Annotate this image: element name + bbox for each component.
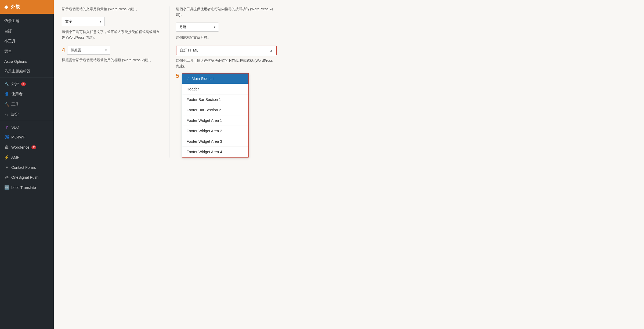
sidebar-item-tools[interactable]: 🔨 工具 bbox=[0, 99, 54, 109]
loco-icon: 🔤 bbox=[4, 185, 9, 190]
tag-cloud-dropdown[interactable]: 標籤雲 bbox=[67, 46, 110, 55]
sidebar-item-loco[interactable]: 🔤 Loco Translate bbox=[0, 182, 54, 193]
menus-label: 選單 bbox=[4, 49, 12, 54]
text-dropdown-row: 文字 ▼ bbox=[62, 17, 163, 26]
right-desc-1: 這個小工具提供使用者進行站內搜尋的搜尋功能 (WordPress 內建)。 bbox=[176, 6, 277, 18]
wordfence-label: Wordfence bbox=[11, 145, 29, 149]
right-desc-1-text: 這個小工具提供使用者進行站內搜尋的搜尋功能 (WordPress 內建)。 bbox=[176, 6, 277, 18]
amp-icon: ⚡ bbox=[4, 155, 9, 160]
sidebar-item-contact-forms[interactable]: ≡ Contact Forms bbox=[0, 162, 54, 172]
tag-cloud-row: 4 標籤雲 ▼ bbox=[62, 46, 163, 55]
seo-label: SEO bbox=[11, 125, 19, 129]
sidebar-item-customize[interactable]: 自訂 bbox=[0, 26, 54, 36]
option-footer-widget-1-label: Footer Widget Area 1 bbox=[187, 118, 222, 123]
sidebar-item-onesignal[interactable]: ◎ OneSignal Push bbox=[0, 172, 54, 182]
sidebar-header[interactable]: ◆ 外觀 bbox=[0, 0, 54, 14]
sidebar-item-astra[interactable]: Astra Options bbox=[0, 57, 54, 66]
settings-label: 設定 bbox=[11, 112, 19, 117]
sidebar-item-menus[interactable]: 選單 bbox=[0, 46, 54, 57]
option-footer-bar-2[interactable]: Footer Bar Section 2 bbox=[182, 105, 248, 115]
wordfence-badge: 2 bbox=[31, 145, 36, 149]
right-col: 這個小工具提供使用者進行站內搜尋的搜尋功能 (WordPress 內建)。 月曆… bbox=[169, 6, 277, 158]
custom-html-dropdown[interactable]: 自訂 HTML ▲ bbox=[176, 46, 277, 55]
tag-cloud-dropdown-wrapper[interactable]: 標籤雲 ▼ bbox=[67, 46, 110, 55]
sidebar-item-settings[interactable]: ↑↓ 設定 bbox=[0, 109, 54, 120]
option-footer-widget-3-label: Footer Widget Area 3 bbox=[187, 139, 222, 144]
calendar-dropdown-wrapper[interactable]: 月曆 ▼ bbox=[176, 23, 219, 32]
left-desc-1-text: 顯示這個網站的文章月份彙整 (WordPress 內建)。 bbox=[62, 6, 163, 12]
sidebar: ◆ 外觀 佈景主題 自訂 小工具 選單 Astra Options 佈景主題編輯… bbox=[0, 0, 54, 329]
left-desc-2-text: 這個小工具可輸入任意文字，並可輸入系統接受的程式碼或指令碼 (WordPress… bbox=[62, 29, 163, 41]
tag-cloud-section: 4 標籤雲 ▼ 標籤雲會顯示這個網站最常使用的標籤 (WordPress 內建)… bbox=[62, 46, 163, 63]
right-desc-2-text: 這個網站的文章月曆。 bbox=[176, 35, 277, 41]
option-footer-widget-1[interactable]: Footer Widget Area 1 bbox=[182, 115, 248, 126]
appearance-icon: ◆ bbox=[4, 4, 8, 10]
contact-forms-label: Contact Forms bbox=[11, 165, 36, 170]
option-footer-bar-2-label: Footer Bar Section 2 bbox=[187, 108, 221, 112]
right-desc-2: 這個網站的文章月曆。 bbox=[176, 35, 277, 41]
plugins-badge: 3 bbox=[21, 82, 26, 86]
sidebar-selector-dropdown: ✓ Main Sidebar Header Footer Bar Section… bbox=[182, 73, 249, 158]
sidebar-item-theme-editor[interactable]: 佈景主題編輯器 bbox=[0, 66, 54, 76]
option-header-label: Header bbox=[187, 87, 199, 91]
onesignal-icon: ◎ bbox=[4, 175, 9, 180]
settings-icon: ↑↓ bbox=[4, 113, 9, 117]
left-desc-1: 顯示這個網站的文章月份彙整 (WordPress 內建)。 bbox=[62, 6, 163, 12]
contact-forms-icon: ≡ bbox=[4, 165, 9, 170]
plugins-icon: 🔧 bbox=[4, 82, 9, 86]
tools-icon: 🔨 bbox=[4, 102, 9, 107]
calendar-dropdown[interactable]: 月曆 bbox=[176, 23, 219, 32]
seo-icon: Y bbox=[4, 125, 9, 129]
option-footer-bar-1[interactable]: Footer Bar Section 1 bbox=[182, 94, 248, 105]
option-footer-widget-4[interactable]: Footer Widget Area 4 bbox=[182, 147, 248, 157]
divider-2 bbox=[0, 121, 54, 121]
mc4wp-label: MC4WP bbox=[11, 135, 25, 139]
mc4wp-icon: 🌀 bbox=[4, 135, 9, 140]
option-header[interactable]: Header bbox=[182, 84, 248, 94]
sidebar-item-amp[interactable]: ⚡ AMP bbox=[0, 152, 54, 162]
widgets-label: 小工具 bbox=[4, 39, 16, 44]
option-footer-widget-3[interactable]: Footer Widget Area 3 bbox=[182, 136, 248, 147]
calendar-dropdown-row: 月曆 ▼ bbox=[176, 23, 277, 32]
sidebar-item-widgets[interactable]: 小工具 bbox=[0, 36, 54, 46]
sidebar-item-seo[interactable]: Y SEO bbox=[0, 122, 54, 132]
sidebar-item-wordfence[interactable]: 🏛 Wordfence 2 bbox=[0, 142, 54, 152]
custom-html-label: 自訂 HTML bbox=[180, 48, 198, 53]
option-main-sidebar[interactable]: ✓ Main Sidebar bbox=[182, 74, 248, 84]
plugins-label: 外掛 bbox=[11, 82, 19, 86]
sidebar-navigation: 佈景主題 自訂 小工具 選單 Astra Options 佈景主題編輯器 🔧 外… bbox=[0, 14, 54, 195]
themes-label: 佈景主題 bbox=[4, 19, 19, 23]
text-dropdown-wrapper[interactable]: 文字 ▼ bbox=[62, 17, 105, 26]
customize-label: 自訂 bbox=[4, 29, 12, 34]
custom-html-arrow: ▲ bbox=[270, 49, 273, 52]
tools-label: 工具 bbox=[11, 102, 19, 107]
left-desc-3-text: 標籤雲會顯示這個網站最常使用的標籤 (WordPress 內建)。 bbox=[62, 57, 163, 63]
sidebar-item-users[interactable]: 👤 使用者 bbox=[0, 89, 54, 99]
amp-label: AMP bbox=[11, 155, 19, 159]
sidebar-item-mc4wp[interactable]: 🌀 MC4WP bbox=[0, 132, 54, 142]
sidebar-item-themes[interactable]: 佈景主題 bbox=[0, 16, 54, 26]
option-main-sidebar-label: Main Sidebar bbox=[192, 76, 214, 81]
users-icon: 👤 bbox=[4, 92, 9, 97]
check-icon: ✓ bbox=[187, 76, 190, 81]
wordfence-icon: 🏛 bbox=[4, 145, 9, 149]
astra-label: Astra Options bbox=[4, 59, 27, 64]
theme-editor-label: 佈景主題編輯器 bbox=[4, 69, 31, 74]
sidebar-selector-row: 5 ✓ Main Sidebar Header Footer Bar Secti… bbox=[176, 73, 277, 158]
left-desc-2: 這個小工具可輸入任意文字，並可輸入系統接受的程式碼或指令碼 (WordPress… bbox=[62, 29, 163, 41]
custom-html-section: 自訂 HTML ▲ 這個小工具可輸入任何語法正確的 HTML 程式式碼 (Wor… bbox=[176, 46, 277, 158]
sidebar-header-label: 外觀 bbox=[11, 4, 20, 10]
sidebar-item-plugins[interactable]: 🔧 外掛 3 bbox=[0, 79, 54, 89]
option-footer-widget-2[interactable]: Footer Widget Area 2 bbox=[182, 126, 248, 136]
option-footer-bar-1-label: Footer Bar Section 1 bbox=[187, 97, 221, 102]
onesignal-label: OneSignal Push bbox=[11, 175, 38, 180]
text-dropdown[interactable]: 文字 bbox=[62, 17, 105, 26]
option-footer-widget-2-label: Footer Widget Area 2 bbox=[187, 129, 222, 133]
divider-1 bbox=[0, 78, 54, 78]
option-footer-widget-4-label: Footer Widget Area 4 bbox=[187, 150, 222, 154]
loco-label: Loco Translate bbox=[11, 185, 36, 190]
users-label: 使用者 bbox=[11, 92, 23, 97]
step-4-marker: 4 bbox=[62, 47, 65, 53]
step-5-marker: 5 bbox=[176, 73, 179, 79]
main-content: 顯示這個網站的文章月份彙整 (WordPress 內建)。 文字 ▼ 這個小工具… bbox=[54, 0, 644, 329]
